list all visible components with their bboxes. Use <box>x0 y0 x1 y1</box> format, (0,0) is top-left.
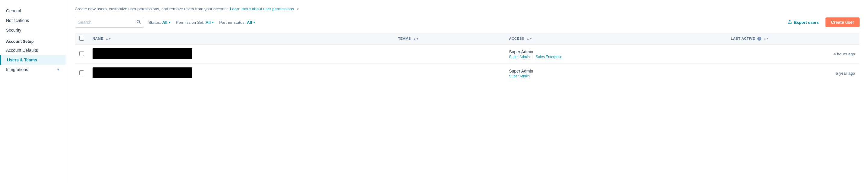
row1-teams-cell <box>394 44 505 64</box>
sidebar-section-account-setup: Account Setup <box>0 35 66 45</box>
users-table: NAME ▲▼ TEAMS ▲▼ ACCESS ▲▼ LAST ACTIVE i <box>75 33 860 83</box>
sidebar-item-label: Security <box>6 28 22 33</box>
toolbar: Status: All ▼ Permission Set: All ▼ Part… <box>75 17 860 28</box>
sidebar-item-label: General <box>6 8 21 13</box>
sidebar-item-label: Integrations <box>6 67 28 72</box>
row1-checkbox-cell[interactable] <box>75 44 89 64</box>
chevron-down-icon: ▼ <box>56 67 60 72</box>
row2-teams-cell <box>394 64 505 83</box>
th-name[interactable]: NAME ▲▼ <box>88 33 394 44</box>
permission-filter-value[interactable]: All ▼ <box>206 20 214 25</box>
search-icon <box>136 20 141 25</box>
row1-last-active: 4 hours ago <box>726 44 859 64</box>
partner-filter[interactable]: Partner status: All ▼ <box>219 20 256 25</box>
th-access[interactable]: ACCESS ▲▼ <box>505 33 726 44</box>
th-select-all[interactable] <box>75 33 89 44</box>
sidebar-item-label: Users & Teams <box>7 58 37 62</box>
filter-group: Status: All ▼ Permission Set: All ▼ Part… <box>148 20 256 25</box>
th-last-active[interactable]: LAST ACTIVE i ▲▼ <box>726 33 859 44</box>
export-users-button[interactable]: Export users <box>784 18 822 27</box>
row1-name-cell <box>88 44 394 64</box>
status-filter-value[interactable]: All ▼ <box>162 20 171 25</box>
row1-name-redacted <box>93 48 192 59</box>
row2-access-sub: Super Admin <box>509 74 722 78</box>
sidebar-item-users-teams[interactable]: Users & Teams <box>0 55 66 65</box>
sort-icon: ▲▼ <box>527 38 532 40</box>
sidebar-item-label: Account Defaults <box>6 48 38 53</box>
row1-access-sub: Super Admin | Sales Enterprise <box>509 55 722 59</box>
sidebar-item-security[interactable]: Security <box>0 25 66 35</box>
row2-checkbox[interactable] <box>79 70 84 75</box>
row2-checkbox-cell[interactable] <box>75 64 89 83</box>
main-content: Create new users, customize user permiss… <box>66 0 868 183</box>
search-input[interactable] <box>78 20 135 25</box>
create-user-button[interactable]: Create user <box>826 17 860 27</box>
page-description: Create new users, customize user permiss… <box>75 6 860 12</box>
row2-last-active: a year ago <box>726 64 859 83</box>
permission-filter[interactable]: Permission Set: All ▼ <box>176 20 214 25</box>
sidebar: General Notifications Security Account S… <box>0 0 66 183</box>
learn-more-link[interactable]: Learn more about user permissions <box>230 7 294 11</box>
row1-access-cell: Super Admin Super Admin | Sales Enterpri… <box>505 44 726 64</box>
partner-filter-value[interactable]: All ▼ <box>247 20 256 25</box>
status-filter[interactable]: Status: All ▼ <box>148 20 171 25</box>
external-link-icon: ↗ <box>296 7 299 11</box>
row2-access-cell: Super Admin Super Admin <box>505 64 726 83</box>
row1-checkbox[interactable] <box>79 51 84 56</box>
export-icon <box>787 20 792 25</box>
info-icon: i <box>757 37 761 41</box>
sort-icon: ▲▼ <box>413 38 419 40</box>
row2-name-redacted <box>93 67 192 78</box>
chevron-down-icon: ▼ <box>253 21 256 24</box>
table-row: Super Admin Super Admin | Sales Enterpri… <box>75 44 860 64</box>
sidebar-item-account-defaults[interactable]: Account Defaults <box>0 45 66 55</box>
sidebar-item-label: Notifications <box>6 18 29 23</box>
row2-name-cell <box>88 64 394 83</box>
sort-icon: ▲▼ <box>764 37 769 40</box>
sidebar-item-notifications[interactable]: Notifications <box>0 16 66 25</box>
th-teams[interactable]: TEAMS ▲▼ <box>394 33 505 44</box>
svg-line-1 <box>139 23 141 24</box>
toolbar-right: Export users Create user <box>784 17 860 27</box>
sort-icon: ▲▼ <box>105 38 111 40</box>
search-box[interactable] <box>75 17 144 28</box>
sidebar-item-integrations[interactable]: Integrations ▼ <box>0 65 66 74</box>
table-row: Super Admin Super Admin a year ago <box>75 64 860 83</box>
sidebar-item-general[interactable]: General <box>0 6 66 16</box>
table-header-row: NAME ▲▼ TEAMS ▲▼ ACCESS ▲▼ LAST ACTIVE i <box>75 33 860 44</box>
chevron-down-icon: ▼ <box>168 21 171 24</box>
chevron-down-icon: ▼ <box>211 21 214 24</box>
select-all-checkbox[interactable] <box>79 36 84 41</box>
